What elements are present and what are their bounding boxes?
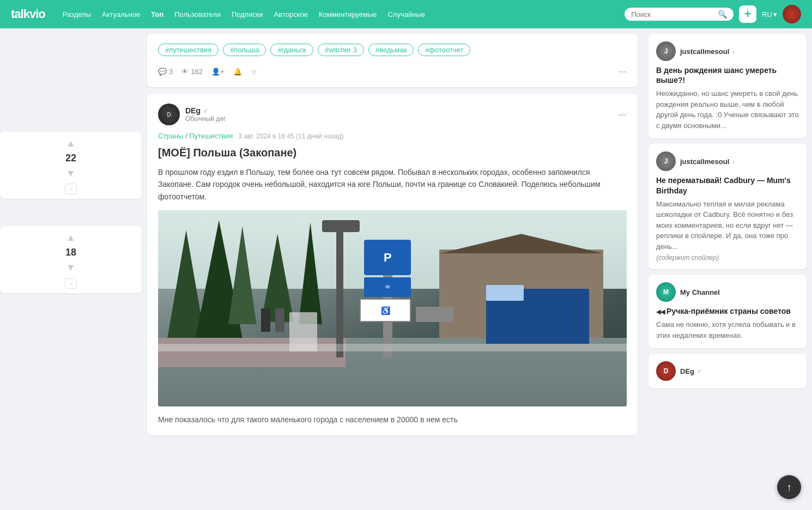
star-icon: ☆ — [251, 68, 257, 76]
user-avatar-header[interactable] — [783, 5, 801, 23]
favorite-button[interactable]: ☆ — [251, 68, 257, 76]
add-user-icon: 👤+ — [211, 68, 225, 76]
chevron-down-icon-2: ▼ — [66, 262, 76, 273]
upvote-button-1[interactable]: ▲ — [64, 136, 78, 150]
vote-minus-button-1[interactable]: - — [65, 184, 77, 195]
nav-item-avtorskoe[interactable]: Авторское — [270, 7, 312, 22]
sidebar-author-name-1[interactable]: justcallmesoul — [680, 47, 729, 56]
downvote-button-1[interactable]: ▼ — [64, 166, 78, 180]
language-selector[interactable]: RU ▾ — [762, 10, 777, 19]
site-logo[interactable]: talkvio — [11, 7, 45, 21]
nav-item-aktualnoe[interactable]: Актуальное — [98, 7, 144, 22]
sidebar-author-name-4[interactable]: DEg — [680, 367, 694, 375]
search-icon: 🔍 — [718, 10, 727, 19]
sidebar-card-1: J justcallmesoul ♀ В день рождения шанс … — [649, 34, 807, 138]
downvote-button-2[interactable]: ▼ — [64, 260, 78, 275]
add-follow-button[interactable]: 👤+ — [211, 68, 225, 76]
breadcrumb-category-link[interactable]: Страны — [158, 132, 183, 140]
comments-count[interactable]: 💬 3 — [158, 68, 173, 76]
double-arrow-icon: ◀◀ — [656, 308, 666, 315]
snow-layer — [158, 344, 627, 351]
chevron-up-icon: ▲ — [66, 138, 76, 149]
post-meta: Страны / Путешествия 3 авг. 2024 в 16:45… — [158, 132, 627, 140]
person-2 — [275, 308, 284, 332]
upvote-button-2[interactable]: ▲ — [64, 230, 78, 245]
vote-widget-2: ▲ 18 ▼ - — [0, 226, 142, 293]
tag-fotoottchet[interactable]: #фотоотчет — [418, 44, 470, 56]
post-date: 3 авг. 2024 в 16:45 (11 дней назад) — [238, 132, 343, 140]
tag-puteshestviya[interactable]: #путешествия — [158, 44, 219, 56]
search-box[interactable]: 🔍 — [625, 8, 734, 21]
parking-sign: P — [364, 240, 411, 275]
nav-item-razdelyi[interactable]: Разделы — [58, 7, 95, 22]
breadcrumb: Страны / Путешествия — [158, 132, 233, 140]
right-sidebar: J justcallmesoul ♀ В день рождения шанс … — [643, 28, 812, 447]
post-title: [МОЁ] Польша (Закопане) — [158, 145, 627, 160]
sidebar-card-2: J justcallmesoul ♀ Не перематывай! Cadbu… — [649, 144, 807, 269]
person-1 — [261, 308, 270, 332]
views-count[interactable]: 👁 162 — [181, 68, 203, 76]
page-wrapper: ▲ 22 ▼ - ▲ 18 ▼ - #путешествия #п — [0, 0, 812, 447]
sidebar-author-1: J justcallmesoul ♀ — [656, 41, 799, 61]
sidebar-spoiler-2: (содержит спойлер) — [656, 254, 799, 262]
sidebar-author-pin-1: ♀ — [731, 49, 736, 55]
van-window — [486, 285, 524, 301]
sidebar-text-1: Неожиданно, но шанс умереть в свой день … — [656, 88, 799, 131]
sidebar-avatar-1[interactable]: J — [656, 41, 676, 61]
sidebar-title-1[interactable]: В день рождения шанс умереть выше?! — [656, 65, 799, 85]
post-title-main: Польша (Закопане) — [193, 147, 296, 159]
vote-minus-button-2[interactable]: - — [65, 278, 77, 289]
post-body: В прошлом году ездил в Польшу, тем более… — [158, 166, 627, 203]
tag-vedmak[interactable]: #ведьмак — [368, 44, 414, 56]
subscribe-button[interactable]: 🔔 — [233, 68, 242, 76]
tag-polsha[interactable]: #польша — [223, 44, 266, 56]
sidebar-author-name-3[interactable]: My Channel — [680, 288, 720, 296]
vote-count-1: 22 — [65, 150, 76, 166]
lamp-head — [322, 220, 360, 232]
nav-item-top[interactable]: Топ — [147, 7, 168, 22]
chevron-down-icon: ▾ — [773, 10, 777, 19]
sidebar-author-pin-2: ♀ — [731, 159, 736, 165]
mail-sign: ✉ — [364, 277, 411, 297]
author-subtitle: Обычный дег — [185, 115, 619, 123]
nav-item-kommentiruemye[interactable]: Комментируемые — [314, 7, 381, 22]
tag-list: #путешествия #польша #гданьск #witcher 3… — [158, 44, 627, 56]
gender-icon: ♂ — [203, 107, 208, 115]
post-image: P ✉ ♿ — [158, 210, 627, 406]
plus-icon: + — [744, 7, 752, 21]
comment-icon: 💬 — [158, 68, 167, 76]
sidebar-author-name-2[interactable]: justcallmesoul — [680, 157, 729, 166]
sidebar-title-2[interactable]: Не перематывай! Cadbury — Mum's Birthday — [656, 175, 799, 195]
post-title-prefix: [МОЁ] — [158, 147, 190, 159]
author-name-row: DEg ♂ — [185, 106, 619, 115]
main-nav: Разделы Актуальное Топ Пользователи Подп… — [58, 7, 429, 22]
author-avatar[interactable]: D — [158, 104, 180, 125]
chevron-up-icon-2: ▲ — [66, 232, 76, 243]
sidebar-title-3[interactable]: ◀◀ Ручка-приёмник страны советов — [656, 306, 799, 316]
header-right: 🔍 + RU ▾ — [625, 5, 801, 23]
tag-witcher3[interactable]: #witcher 3 — [318, 44, 364, 56]
vote-count-2: 18 — [65, 245, 76, 260]
post-header: D DEg ♂ Обычный дег ··· — [158, 104, 627, 125]
nav-item-polzovateli[interactable]: Пользователи — [170, 7, 225, 22]
add-post-button[interactable]: + — [739, 5, 756, 23]
sidebar-avatar-3[interactable]: M — [656, 282, 676, 302]
header: talkvio Разделы Актуальное Топ Пользоват… — [0, 0, 812, 28]
main-content: #путешествия #польша #гданьск #witcher 3… — [142, 28, 643, 447]
more-options-button-2[interactable]: ··· — [619, 109, 627, 120]
post-excerpt: Мне показалось что для такого маленького… — [158, 414, 627, 426]
author-name[interactable]: DEg — [185, 106, 201, 115]
tag-gdansk[interactable]: #гданьск — [270, 44, 313, 56]
author-info: DEg ♂ Обычный дег — [185, 106, 619, 123]
search-input[interactable] — [631, 10, 716, 19]
sidebar-avatar-4[interactable]: D — [656, 361, 676, 381]
sidebar-text-2: Максимально теплая и милая реклама шокол… — [656, 199, 799, 252]
sidebar-card-3: M My Channel ◀◀ Ручка-приёмник страны со… — [649, 275, 807, 348]
nav-item-sluchajnye[interactable]: Случайные — [383, 7, 429, 22]
nav-item-podpiski[interactable]: Подписки — [227, 7, 268, 22]
sidebar-author-3: M My Channel — [656, 282, 799, 302]
more-options-button-1[interactable]: ··· — [619, 66, 627, 77]
sidebar-card-4: D DEg ♂ — [649, 354, 807, 388]
sidebar-avatar-2[interactable]: J — [656, 151, 676, 171]
breadcrumb-sub-link[interactable]: Путешествия — [189, 132, 233, 140]
